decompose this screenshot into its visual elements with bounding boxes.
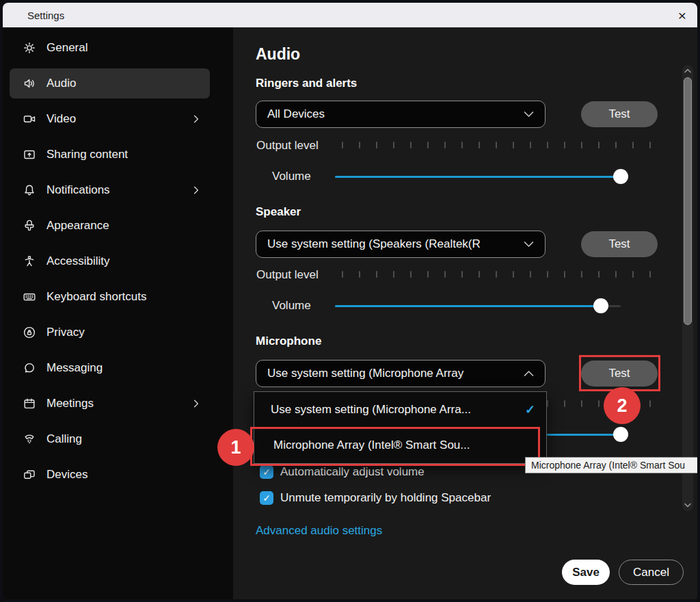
dropdown-option-label: Use system setting (Microphone Arra... [271,403,471,417]
cancel-button[interactable]: Cancel [619,560,684,585]
sidebar-item-label: Notifications [46,183,110,197]
speaker-icon [22,76,37,91]
auto-adjust-volume-row: ✓ Automatically adjust volume [260,465,425,479]
window-title: Settings [27,10,64,21]
slider-thumb[interactable] [613,169,628,184]
camera-icon [22,112,37,127]
checkbox-label: Unmute temporarily by holding Spacebar [280,491,491,505]
chevron-right-icon [191,398,202,409]
speaker-output-level-label: Output level [256,267,319,283]
sidebar-item-devices[interactable]: Devices [10,460,210,490]
settings-sidebar: General Audio Video Sharing content Noti… [3,27,233,599]
scrollbar[interactable] [682,65,693,511]
titlebar: Settings × [3,3,697,27]
scroll-up-icon [684,68,691,73]
sidebar-item-appearance[interactable]: Appearance [10,211,210,241]
speaker-heading: Speaker [256,205,301,219]
scroll-down-icon [684,503,691,508]
checkbox-label: Automatically adjust volume [280,465,425,479]
sidebar-item-video[interactable]: Video [10,104,210,134]
settings-window: Settings × General Audio Video Sharing c… [0,0,700,602]
accessibility-icon [22,254,37,269]
sidebar-item-meetings[interactable]: Meetings [10,389,210,419]
share-icon [22,147,37,162]
sidebar-item-label: General [46,41,88,55]
sidebar-item-label: Accessibility [46,254,110,268]
sidebar-item-label: Sharing content [46,148,128,161]
speaker-device-value: Use system setting (Speakers (Realtek(R [267,237,518,251]
chevron-right-icon [191,185,202,196]
scrollbar-thumb[interactable] [684,77,692,325]
annotation-step-2: 2 [604,387,641,424]
sidebar-item-label: Appearance [46,219,109,233]
checkbox-checked[interactable]: ✓ [260,491,273,505]
device-tooltip: Microphone Array (Intel® Smart Sou [525,457,700,473]
ringers-device-value: All Devices [267,107,518,121]
annotation-box-test-button [579,355,660,391]
speaker-output-level-meter [342,271,651,278]
bell-icon [22,183,37,198]
advanced-audio-settings-link[interactable]: Advanced audio settings [256,524,382,538]
sidebar-item-keyboard-shortcuts[interactable]: Keyboard shortcuts [10,282,210,312]
close-icon[interactable]: × [678,8,686,23]
paintbrush-icon [22,218,37,233]
microphone-device-value: Use system setting (Microphone Array [267,367,518,380]
sidebar-item-label: Privacy [46,326,85,339]
sidebar-item-general[interactable]: General [10,33,210,63]
ringers-heading: Ringers and alerts [256,77,357,90]
speaker-device-select[interactable]: Use system setting (Speakers (Realtek(R [256,231,546,258]
ringers-device-select[interactable]: All Devices [256,101,546,128]
page-title: Audio [256,45,300,64]
ringers-volume-label: Volume [272,169,311,184]
dropdown-option-system-setting[interactable]: Use system setting (Microphone Arra... ✓ [254,392,546,428]
chevron-right-icon [191,114,202,125]
sidebar-item-accessibility[interactable]: Accessibility [10,246,210,276]
speaker-volume-label: Volume [272,298,311,313]
checkbox-checked[interactable]: ✓ [260,465,273,479]
annotation-step-1: 1 [217,429,254,466]
check-icon: ✓ [518,402,535,417]
speaker-test-button[interactable]: Test [581,231,658,257]
speaker-volume-slider[interactable] [335,298,621,313]
microphone-heading: Microphone [256,335,321,348]
keyboard-icon [22,289,37,304]
chevron-down-icon [524,237,534,251]
sidebar-item-label: Calling [46,432,82,446]
audio-settings-panel: Audio Ringers and alerts All Devices Tes… [233,27,697,599]
devices-icon [22,467,37,482]
chevron-up-icon [524,367,534,380]
sidebar-item-label: Video [46,112,76,126]
calendar-icon [22,396,37,411]
sidebar-item-label: Meetings [46,397,94,410]
ringers-output-level-label: Output level [256,138,319,153]
sidebar-item-sharing-content[interactable]: Sharing content [10,140,210,170]
ringers-volume-slider[interactable] [335,169,621,184]
sidebar-item-label: Audio [46,77,76,90]
slider-fill [335,305,601,307]
sidebar-item-label: Keyboard shortcuts [46,290,146,304]
slider-thumb[interactable] [613,427,628,442]
save-button[interactable]: Save [562,560,610,585]
sidebar-item-label: Messaging [46,361,103,375]
ringers-output-level-meter [342,142,651,148]
gear-icon [22,40,37,55]
sidebar-item-privacy[interactable]: Privacy [10,317,210,348]
unmute-spacebar-row: ✓ Unmute temporarily by holding Spacebar [260,491,491,505]
sidebar-item-calling[interactable]: Calling [10,424,210,454]
ringers-test-button[interactable]: Test [581,101,658,127]
privacy-icon [22,325,37,340]
annotation-box-microphone-option [250,427,540,466]
phone-icon [22,432,37,447]
sidebar-item-audio[interactable]: Audio [10,68,210,99]
sidebar-item-notifications[interactable]: Notifications [10,175,210,205]
sidebar-item-label: Devices [46,468,88,482]
sidebar-item-messaging[interactable]: Messaging [10,353,210,383]
slider-fill [335,176,621,178]
slider-thumb[interactable] [593,298,608,313]
chevron-down-icon [524,107,534,121]
chat-icon [22,361,37,376]
microphone-device-select[interactable]: Use system setting (Microphone Array [256,360,546,387]
